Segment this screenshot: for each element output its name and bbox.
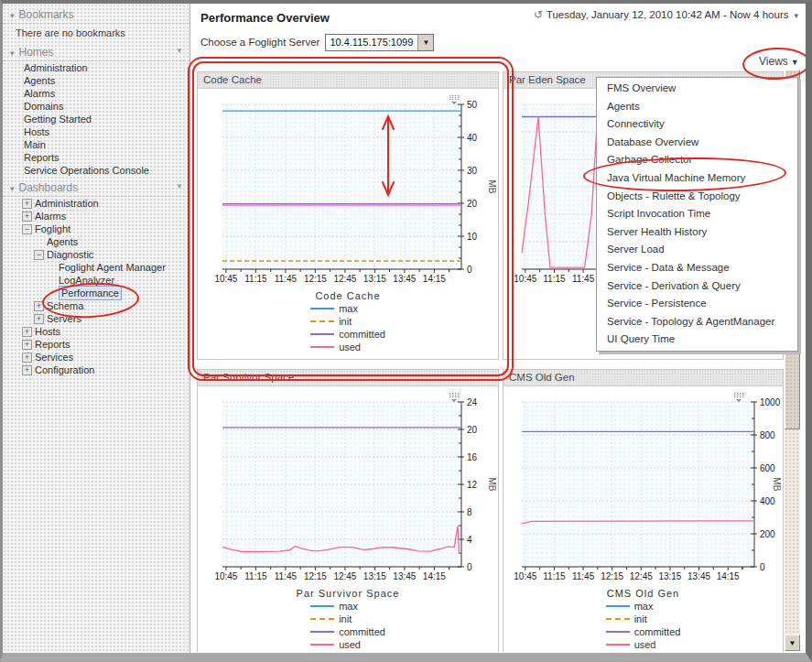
tree-item-foglight[interactable]: −Foglight: [3, 222, 189, 235]
legend-entry-init: init: [606, 613, 681, 625]
sidebar-item-administration[interactable]: Administration: [3, 61, 189, 74]
chart-canvas-par-survivor-space: 04812162024MB10:4511:1511:4512:1512:4513…: [198, 386, 496, 582]
svg-text:10:45: 10:45: [214, 274, 237, 284]
tree-item-services[interactable]: +Services: [3, 351, 189, 364]
server-select-arrow-button[interactable]: ▼: [417, 35, 433, 50]
svg-text:1000: 1000: [760, 397, 781, 407]
svg-text:12:45: 12:45: [333, 274, 356, 284]
sidebar-item-reports[interactable]: Reports: [3, 151, 189, 164]
sidebar-item-agents[interactable]: Agents: [3, 74, 189, 87]
tree-item-label: Foglight Agent Manager: [59, 261, 166, 274]
tree-item-configuration[interactable]: +Configuration: [3, 364, 189, 376]
menu-item-service-derivation-query[interactable]: Service - Derivation & Query: [597, 277, 797, 296]
expand-icon[interactable]: +: [22, 212, 32, 222]
chart-canvas-cms-old-gen: 02004006008001000MB10:4511:1511:4512:151…: [503, 386, 781, 582]
legend-entry-label: committed: [339, 626, 385, 637]
menu-item-connectivity[interactable]: Connectivity: [597, 115, 797, 134]
legend-entry-label: max: [339, 601, 358, 612]
chart-title-code-cache: Code Cache: [198, 72, 498, 89]
tree-item-foglight-agent-manager[interactable]: Foglight Agent Manager: [3, 261, 189, 274]
tree-item-servers[interactable]: +Servers: [3, 312, 189, 325]
svg-text:14:15: 14:15: [423, 571, 446, 581]
dashboards-section-header[interactable]: ▾Dashboards ▼: [3, 179, 189, 197]
chart-canvas-code-cache: 01020304050MB10:4511:1511:4512:1512:4513…: [198, 89, 496, 285]
legend-entry-used: used: [310, 638, 385, 651]
collapse-triangle-icon: ▾: [10, 11, 15, 20]
bookmarks-section-header[interactable]: ▾Bookmarks: [3, 5, 189, 24]
menu-item-database-overview[interactable]: Database Overview: [597, 134, 797, 152]
menu-item-script-invocation-time[interactable]: Script Invocation Time: [597, 205, 797, 223]
svg-text:10:45: 10:45: [514, 274, 536, 284]
scrollbar-down-button[interactable]: ▼: [785, 635, 800, 651]
collapse-icon[interactable]: −: [34, 250, 44, 260]
collapse-icon[interactable]: −: [22, 224, 32, 234]
svg-text:MB: MB: [487, 180, 496, 194]
expand-icon[interactable]: +: [22, 199, 32, 209]
menu-item-ui-query-time[interactable]: UI Query Time: [597, 331, 797, 349]
menu-item-garbage-collector[interactable]: Garbage Collector: [597, 151, 797, 169]
page-title: Performance Overview: [200, 11, 330, 25]
tree-item-label: Reports: [35, 338, 70, 351]
menu-item-agents[interactable]: Agents: [597, 98, 797, 116]
expand-icon[interactable]: +: [22, 353, 32, 363]
homes-list: AdministrationAgentsAlarmsDomainsGetting…: [3, 61, 189, 177]
sidebar-item-alarms[interactable]: Alarms: [3, 87, 189, 100]
menu-item-service-topology-agentmanager[interactable]: Service - Topology & AgentManager: [597, 313, 797, 331]
menu-item-service-data-message[interactable]: Service - Data & Message: [597, 259, 797, 277]
time-range-control[interactable]: ↺Tuesday, January 12, 2010 10:42 AM - No…: [534, 8, 798, 21]
menu-item-objects-rulette-topology[interactable]: Objects - Rulette & Topology: [597, 188, 797, 206]
svg-text:800: 800: [760, 430, 775, 440]
sidebar-item-service-operations-console[interactable]: Service Operations Console: [3, 164, 189, 177]
tree-item-hosts[interactable]: +Hosts: [3, 325, 189, 338]
chevron-down-icon: ▼: [791, 58, 799, 67]
svg-text:13:15: 13:15: [363, 274, 386, 284]
menu-item-service-persistence[interactable]: Service - Persistence: [597, 295, 797, 313]
sidebar-item-main[interactable]: Main: [3, 138, 189, 151]
server-select-value: 10.4.115.175:1099: [326, 35, 417, 50]
tree-item-administration[interactable]: +Administration: [3, 197, 189, 210]
svg-text:14:15: 14:15: [717, 571, 740, 581]
menu-item-server-load[interactable]: Server Load: [597, 241, 797, 259]
legend-title: CMS Old Gen: [503, 588, 783, 599]
legend-entry-label: init: [339, 613, 352, 624]
views-button[interactable]: Views▼: [759, 55, 799, 68]
views-button-label: Views: [759, 55, 788, 68]
server-select[interactable]: 10.4.115.175:1099 ▼: [325, 34, 434, 51]
legend-entry-committed: committed: [310, 328, 385, 341]
svg-text:20: 20: [467, 425, 478, 435]
sidebar: ▾Bookmarks There are no bookmarks ▾Homes…: [3, 4, 190, 653]
expand-icon[interactable]: +: [34, 314, 44, 324]
expand-icon[interactable]: +: [22, 365, 32, 375]
expand-icon[interactable]: +: [22, 327, 32, 337]
svg-text:11:45: 11:45: [572, 274, 595, 284]
tree-item-diagnostic[interactable]: −Diagnostic: [3, 248, 189, 261]
tree-item-loganalyzer[interactable]: LogAnalyzer: [3, 274, 189, 287]
legend-entry-label: max: [339, 303, 358, 314]
table-view-icon[interactable]: [733, 389, 744, 406]
dashboards-section-title: Dashboards: [19, 181, 79, 194]
section-filter-icon[interactable]: ▼: [176, 47, 183, 55]
tree-item-reports[interactable]: +Reports: [3, 338, 189, 351]
expand-icon[interactable]: +: [34, 301, 44, 311]
homes-section-header[interactable]: ▾Homes ▼: [3, 43, 189, 61]
menu-item-fms-overview[interactable]: FMS Overview: [597, 80, 797, 98]
table-view-icon[interactable]: [449, 92, 460, 108]
svg-text:12:15: 12:15: [304, 274, 327, 284]
sidebar-item-domains[interactable]: Domains: [3, 100, 189, 113]
svg-text:11:15: 11:15: [244, 274, 267, 284]
table-view-icon[interactable]: [449, 389, 460, 406]
tree-item-label: Foglight: [35, 222, 70, 235]
tree-item-alarms[interactable]: +Alarms: [3, 210, 189, 222]
homes-section-title: Homes: [19, 46, 54, 59]
menu-item-java-virtual-machine-memory[interactable]: Java Virtual Machine Memory: [597, 169, 797, 188]
tree-item-schema[interactable]: +Schema: [3, 299, 189, 312]
sidebar-item-hosts[interactable]: Hosts: [3, 125, 189, 138]
tree-item-performance[interactable]: Performance: [3, 287, 189, 299]
sidebar-item-getting-started[interactable]: Getting Started: [3, 113, 189, 125]
expand-icon[interactable]: +: [22, 340, 32, 350]
legend-entry-used: used: [606, 638, 681, 651]
section-filter-icon[interactable]: ▼: [176, 182, 183, 190]
legend-line-sample: [606, 618, 630, 620]
tree-item-agents[interactable]: Agents: [3, 235, 189, 248]
menu-item-server-health-history[interactable]: Server Health History: [597, 223, 797, 242]
